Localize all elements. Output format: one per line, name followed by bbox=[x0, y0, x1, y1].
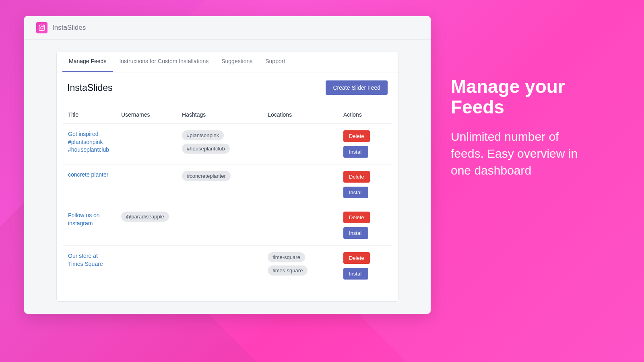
table-row: Our store at Times Square time-square ti… bbox=[63, 246, 392, 286]
feed-title-link[interactable]: concrete planter bbox=[68, 171, 108, 178]
page-title: InstaSlides bbox=[67, 82, 113, 93]
app-title: InstaSlides bbox=[52, 24, 86, 32]
main-panel: Manage Feeds Instructions for Custom Ins… bbox=[56, 51, 398, 302]
hashtag-pill: #concreteplanter bbox=[182, 171, 231, 181]
col-header-locations: Locations bbox=[263, 104, 339, 124]
install-button[interactable]: Install bbox=[343, 227, 368, 239]
location-pill: time-square bbox=[268, 252, 305, 262]
table-row: Get inspired #plantsonpink #houseplantcl… bbox=[63, 124, 392, 165]
promo-title: Manage your Feeds bbox=[451, 76, 592, 117]
hashtag-pill: #plantsonpink bbox=[182, 130, 224, 140]
promo-panel: Manage your Feeds Unlimited number of fe… bbox=[451, 16, 592, 179]
delete-button[interactable]: Delete bbox=[343, 130, 370, 142]
install-button[interactable]: Install bbox=[343, 146, 368, 158]
delete-button[interactable]: Delete bbox=[343, 252, 370, 264]
hashtag-pill: #houseplantclub bbox=[182, 144, 230, 154]
table-row: concrete planter #concreteplanter Delete… bbox=[63, 165, 392, 205]
col-header-actions: Actions bbox=[339, 104, 392, 124]
table-row: Follow us on instagram @paradiseapple De… bbox=[63, 205, 392, 246]
app-window: InstaSlides Manage Feeds Instructions fo… bbox=[24, 16, 431, 314]
feed-title-link[interactable]: Our store at Times Square bbox=[68, 253, 103, 267]
create-slider-feed-button[interactable]: Create Slider Feed bbox=[326, 80, 388, 95]
col-header-title: Title bbox=[63, 104, 116, 124]
col-header-hashtags: Hashtags bbox=[177, 104, 263, 124]
install-button[interactable]: Install bbox=[343, 187, 368, 198]
install-button[interactable]: Install bbox=[343, 268, 368, 280]
svg-point-2 bbox=[43, 26, 44, 27]
svg-point-1 bbox=[41, 27, 43, 29]
col-header-usernames: Usernames bbox=[116, 104, 177, 124]
tab-instructions[interactable]: Instructions for Custom Installations bbox=[113, 51, 215, 72]
feeds-table: Title Usernames Hashtags Locations Actio… bbox=[63, 104, 392, 286]
tab-manage-feeds[interactable]: Manage Feeds bbox=[62, 51, 113, 72]
tab-suggestions[interactable]: Suggestions bbox=[215, 51, 259, 72]
app-logo-icon bbox=[36, 22, 47, 33]
delete-button[interactable]: Delete bbox=[343, 171, 370, 183]
feed-title-link[interactable]: Get inspired #plantsonpink #houseplantcl… bbox=[68, 131, 109, 153]
promo-text: Unlimited number of feeds. Easy overview… bbox=[451, 128, 592, 179]
app-header: InstaSlides bbox=[24, 16, 431, 40]
tabs-bar: Manage Feeds Instructions for Custom Ins… bbox=[57, 51, 398, 72]
content-header: InstaSlides Create Slider Feed bbox=[57, 72, 398, 104]
tab-support[interactable]: Support bbox=[259, 51, 291, 72]
username-pill: @paradiseapple bbox=[121, 212, 169, 222]
feed-title-link[interactable]: Follow us on instagram bbox=[68, 212, 100, 226]
location-pill: times-square bbox=[268, 265, 308, 276]
delete-button[interactable]: Delete bbox=[343, 212, 370, 223]
